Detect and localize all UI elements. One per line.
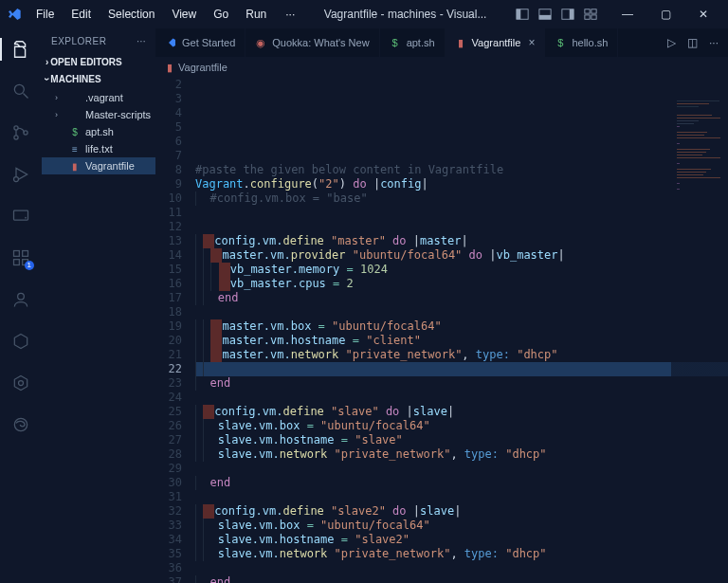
activity-edge-icon[interactable]: [0, 410, 42, 440]
code-line[interactable]: vb_master.cpus = 2: [195, 277, 728, 291]
section-label: MACHINES: [50, 74, 100, 84]
close-window-button[interactable]: ✕: [684, 0, 722, 28]
minimap[interactable]: [671, 78, 728, 583]
quokka-icon: ◉: [255, 37, 266, 48]
code-line[interactable]: slave.vm.hostname = "slave2": [195, 533, 728, 547]
code-line[interactable]: [195, 78, 728, 92]
menu-selection[interactable]: Selection: [100, 4, 162, 25]
code-line[interactable]: slave.vm.network "private_network", type…: [195, 547, 728, 561]
activity-hex2-icon[interactable]: [0, 368, 42, 398]
code-line[interactable]: #paste the given below content in Vagran…: [195, 163, 728, 177]
tree-item-life-txt[interactable]: ≡life.txt: [42, 140, 155, 157]
close-tab-icon[interactable]: ×: [528, 36, 535, 49]
code-line[interactable]: #config.vm.box = "base": [195, 191, 728, 206]
tab-get-started[interactable]: Get Started: [155, 28, 246, 57]
code-line[interactable]: master.vm.box = "ubuntu/focal64": [195, 319, 728, 334]
code-line[interactable]: end: [195, 575, 728, 583]
panel-right-icon[interactable]: [561, 8, 574, 21]
svg-rect-9: [592, 15, 596, 19]
code-line[interactable]: end: [195, 376, 728, 391]
editor-area: Get Started◉Quokka: What's New$apt.sh▮Va…: [155, 28, 728, 583]
code-line[interactable]: [195, 490, 728, 504]
code-line[interactable]: slave.vm.hostname = "slave": [195, 433, 728, 447]
open-editors-section[interactable]: › OPEN EDITORS: [42, 53, 155, 70]
code-line[interactable]: end: [195, 476, 728, 490]
activity-extensions-icon[interactable]: 1: [0, 243, 42, 273]
activity-remote-icon[interactable]: [0, 201, 42, 231]
activity-run-icon[interactable]: [0, 159, 42, 190]
code-line[interactable]: slave.vm.box = "ubuntu/focal64": [195, 519, 728, 533]
activity-account-icon[interactable]: [0, 284, 42, 315]
layout-grid-icon[interactable]: [584, 8, 597, 21]
tab-apt-sh[interactable]: $apt.sh: [380, 28, 446, 57]
run-icon[interactable]: ▷: [667, 36, 676, 49]
file-icon: ▮: [68, 161, 82, 172]
menu-go[interactable]: Go: [206, 4, 236, 25]
activity-search-icon[interactable]: [0, 76, 42, 106]
line-number: 25: [155, 405, 195, 419]
menu-run[interactable]: Run: [238, 4, 274, 25]
menu-edit[interactable]: Edit: [64, 4, 99, 25]
tree-item-vagrantfile[interactable]: ▮Vagrantfile: [42, 157, 155, 174]
code-line[interactable]: end: [195, 291, 728, 305]
code-line[interactable]: master.vm.network "private_network", typ…: [195, 348, 728, 362]
tab-quokka-what-s-new[interactable]: ◉Quokka: What's New: [246, 28, 379, 57]
line-number: 8: [155, 163, 195, 177]
line-number: 9: [155, 177, 195, 191]
code-line[interactable]: [195, 120, 728, 135]
line-number: 10: [155, 191, 195, 206]
code-line[interactable]: slave.vm.network "private_network", type…: [195, 447, 728, 462]
code-line[interactable]: [195, 206, 728, 220]
code-line[interactable]: master.vm.provider "ubuntu/focal64" do |…: [195, 248, 728, 263]
code-line[interactable]: master.vm.hostname = "client": [195, 334, 728, 348]
sidebar-header: EXPLORER ···: [42, 28, 155, 53]
code-line[interactable]: config.vm.define "slave2" do |slave|: [195, 504, 728, 519]
maximize-button[interactable]: ▢: [646, 0, 684, 28]
tree-item-master-scripts[interactable]: ›Master-scripts: [42, 106, 155, 123]
editor-body[interactable]: 2345678910111213141516171819202122232425…: [155, 78, 728, 583]
sidebar-more-icon[interactable]: ···: [136, 36, 146, 46]
code-line[interactable]: [195, 149, 728, 163]
code-line[interactable]: Vagrant.configure("2") do |config|: [195, 177, 728, 191]
code-line[interactable]: [195, 220, 728, 234]
menu-view[interactable]: View: [164, 4, 204, 25]
code-line[interactable]: slave.vm.box = "ubuntu/focal64": [195, 419, 728, 433]
svg-line-11: [24, 94, 28, 99]
panel-left-icon[interactable]: [516, 8, 529, 21]
sidebar-title: EXPLORER: [51, 36, 106, 46]
code-line[interactable]: [195, 561, 728, 575]
breadcrumb[interactable]: ▮ Vagrantfile: [155, 57, 728, 78]
code-line[interactable]: [195, 92, 728, 106]
activity-hex1-icon[interactable]: [0, 326, 42, 356]
tab-hello-sh[interactable]: $hello.sh: [545, 28, 618, 57]
code-line[interactable]: [195, 106, 728, 120]
code-line[interactable]: config.vm.define "slave" do |slave|: [195, 405, 728, 419]
tree-item--vagrant[interactable]: ›.vagrant: [42, 89, 155, 106]
tab-vagrantfile[interactable]: ▮Vagrantfile×: [446, 28, 546, 57]
code-line[interactable]: vb_master.memory = 1024: [195, 263, 728, 277]
line-number: 22: [155, 362, 195, 376]
svg-point-15: [14, 177, 19, 182]
code-line[interactable]: [195, 362, 728, 376]
workspace-section[interactable]: › MACHINES: [42, 70, 155, 87]
layout-controls: [510, 8, 603, 21]
menu-overflow-icon[interactable]: ···: [280, 4, 300, 25]
svg-point-23: [19, 381, 24, 386]
code-line[interactable]: [195, 305, 728, 319]
tree-item-apt-sh[interactable]: $apt.sh: [42, 123, 155, 140]
svg-rect-16: [14, 210, 28, 220]
minimize-button[interactable]: —: [609, 0, 646, 28]
code-line[interactable]: [195, 462, 728, 476]
tab-more-icon[interactable]: ···: [709, 36, 719, 49]
menu-file[interactable]: File: [28, 4, 62, 25]
code-line[interactable]: config.vm.define "master" do |master|: [195, 234, 728, 248]
activity-explorer-icon[interactable]: [0, 34, 42, 64]
code-line[interactable]: [195, 135, 728, 149]
split-icon[interactable]: ◫: [687, 36, 698, 49]
activity-scm-icon[interactable]: [0, 118, 42, 148]
code-area[interactable]: #paste the given below content in Vagran…: [195, 78, 728, 583]
extensions-badge: 1: [25, 261, 34, 270]
panel-bottom-icon[interactable]: [538, 8, 552, 21]
code-line[interactable]: [195, 391, 728, 405]
line-number: 17: [155, 291, 195, 305]
